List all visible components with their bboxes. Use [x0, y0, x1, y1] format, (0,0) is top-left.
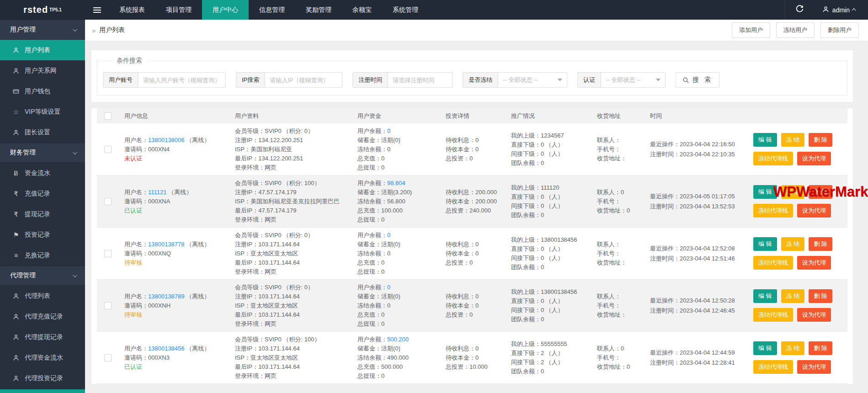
sidebar-item-团长设置[interactable]: 团长设置	[0, 122, 85, 143]
rupee-icon: ₹	[12, 211, 20, 218]
sidebar-item-提现记录[interactable]: ₹ 提现记录	[0, 204, 85, 224]
auth-status: 待审核	[124, 259, 142, 266]
username-link[interactable]: 13800138789	[148, 293, 185, 300]
row-checkbox[interactable]	[104, 198, 112, 205]
sidebar-item-代理列表[interactable]: 代理列表	[0, 286, 85, 306]
sidebar-item-代理充值记录[interactable]: 代理充值记录	[0, 306, 85, 327]
nav-tab-系统管理[interactable]: 系统管理	[382, 0, 429, 20]
chevron-down-icon	[73, 273, 77, 277]
sidebar-item-投资记录[interactable]: ⚑ 投资记录	[0, 224, 85, 245]
user-icon	[12, 355, 20, 361]
register-time-input[interactable]	[388, 73, 452, 87]
nav-tab-项目管理[interactable]: 项目管理	[155, 0, 202, 20]
username-link[interactable]: 13800138456	[148, 345, 185, 352]
freeze-user-button[interactable]: 冻结用户	[776, 22, 815, 38]
sidebar-item-代理投资记录[interactable]: 代理投资记录	[0, 368, 85, 388]
freeze-button[interactable]: 冻 结	[781, 237, 805, 251]
balance-link[interactable]: 500.200	[387, 336, 409, 343]
user-icon	[12, 47, 20, 53]
freeze-button[interactable]: 冻 结	[781, 185, 805, 199]
sidebar-group-财务管理[interactable]: 财务管理	[0, 143, 85, 163]
sidebar-item-用户列表[interactable]: 用户列表	[0, 40, 85, 60]
balance-link[interactable]: 98.604	[387, 180, 405, 186]
add-user-button[interactable]: 添加用户	[732, 22, 770, 38]
edit-button[interactable]: 编 辑	[753, 289, 777, 303]
delete-button[interactable]: 删 除	[809, 133, 832, 147]
auth-status-select[interactable]: -- 全部状态 --	[601, 73, 665, 87]
table-row: 用户名：13800138456 （离线） 邀请码：000XN3 已认证 会员等级…	[97, 332, 847, 384]
header-actions: 添加用户冻结用户删除用户	[732, 22, 859, 38]
nav-tab-余额宝[interactable]: 余额宝	[342, 0, 382, 20]
delete-button[interactable]: 删 除	[809, 185, 832, 199]
delete-button[interactable]: 删 除	[809, 341, 832, 355]
balance-link[interactable]: 0	[387, 127, 390, 134]
field-label: 认证	[578, 73, 601, 87]
sidebar-item-兑换记录[interactable]: ≡ 兑换记录	[0, 245, 85, 266]
user-icon	[12, 334, 20, 340]
freeze-agent-line-button[interactable]: 冻结代理线	[753, 204, 793, 218]
balance-link[interactable]: 0	[387, 232, 390, 239]
sidebar-group-代理管理[interactable]: 代理管理	[0, 266, 85, 286]
freeze-button[interactable]: 冻 结	[781, 133, 805, 147]
search-button[interactable]: 搜 索	[676, 72, 719, 88]
edit-button[interactable]: 编 辑	[753, 185, 777, 199]
sidebar-item-代理提现记录[interactable]: 代理提现记录	[0, 327, 85, 347]
set-agent-button[interactable]: 设为代理	[797, 360, 831, 374]
edit-button[interactable]: 编 辑	[753, 237, 777, 251]
row-checkbox[interactable]	[104, 146, 112, 153]
account-search-input[interactable]	[138, 73, 225, 87]
freeze-agent-line-button[interactable]: 冻结代理线	[753, 360, 793, 374]
refresh-button[interactable]	[785, 0, 814, 20]
sidebar-item-代理资金流水[interactable]: 代理资金流水	[0, 347, 85, 368]
nav-tab-信息管理[interactable]: 信息管理	[249, 0, 295, 20]
sidebar-item-充值记录[interactable]: ₹ 充值记录	[0, 183, 85, 204]
edit-button[interactable]: 编 辑	[753, 341, 777, 355]
row-checkbox[interactable]	[104, 250, 112, 257]
breadcrumb-icon: »	[92, 27, 96, 34]
row-checkbox[interactable]	[104, 354, 112, 361]
nav-tab-用户中心[interactable]: 用户中心	[202, 0, 249, 20]
freeze-status-select[interactable]: -- 全部状态 --	[498, 73, 567, 87]
username-link[interactable]: 13800138778	[148, 241, 185, 248]
user-icon	[12, 293, 20, 299]
set-agent-button[interactable]: 设为代理	[797, 204, 831, 218]
delete-button[interactable]: 删 除	[809, 237, 832, 251]
username-link[interactable]: 111121	[148, 189, 167, 196]
sidebar-item-VIP等级设置[interactable]: ☆ VIP等级设置	[0, 101, 85, 122]
sidebar-item-用户钱包[interactable]: 用户钱包	[0, 81, 85, 101]
auth-status: 未认证	[124, 155, 142, 162]
field-label: IP搜索	[236, 73, 265, 87]
column-header-用户资料: 用户资料	[229, 112, 352, 120]
sidebar-group-用户管理[interactable]: 用户管理	[0, 20, 85, 40]
search-panel: 条件搜索 用户账号IP搜索注册时间是否冻结-- 全部状态 --认证-- 全部状态…	[91, 50, 853, 102]
edit-button[interactable]: 编 辑	[753, 133, 777, 147]
set-agent-button[interactable]: 设为代理	[797, 308, 831, 322]
nav-tab-系统报表[interactable]: 系统报表	[109, 0, 155, 20]
column-header-投资详情: 投资详情	[440, 112, 506, 120]
freeze-agent-line-button[interactable]: 冻结代理线	[753, 152, 793, 165]
delete-button[interactable]: 删 除	[809, 289, 832, 303]
delete-user-button[interactable]: 删除用户	[820, 22, 859, 38]
ip-search-input[interactable]	[265, 73, 342, 87]
admin-user-menu[interactable]: admin	[814, 0, 868, 20]
select-all-checkbox[interactable]	[104, 112, 112, 120]
username-link[interactable]: 13800138006	[148, 137, 185, 143]
set-agent-button[interactable]: 设为代理	[797, 152, 831, 165]
set-agent-button[interactable]: 设为代理	[797, 256, 831, 270]
row-checkbox[interactable]	[104, 302, 112, 309]
search-legend: 条件搜索	[112, 57, 147, 65]
sidebar-item-资金流水[interactable]: Ƀ 资金流水	[0, 163, 85, 183]
freeze-button[interactable]: 冻 结	[781, 341, 805, 355]
table-header-row: 用户信息用户资料用户资金投资详情推广情况收货地址时间	[97, 108, 847, 123]
user-icon	[12, 375, 20, 382]
freeze-agent-line-button[interactable]: 冻结代理线	[753, 256, 793, 270]
freeze-button[interactable]: 冻 结	[781, 289, 805, 303]
column-header-时间: 时间	[644, 112, 748, 120]
sidebar-item-用户关系网[interactable]: 用户关系网	[0, 60, 85, 81]
hamburger-menu-icon[interactable]	[85, 0, 109, 20]
search-field-IP搜索: IP搜索	[236, 72, 342, 88]
balance-link[interactable]: 0	[387, 284, 390, 291]
nav-tab-奖励管理[interactable]: 奖励管理	[295, 0, 342, 20]
freeze-agent-line-button[interactable]: 冻结代理线	[753, 308, 793, 322]
breadcrumb-bar: » 用户列表 添加用户冻结用户删除用户	[85, 20, 868, 41]
